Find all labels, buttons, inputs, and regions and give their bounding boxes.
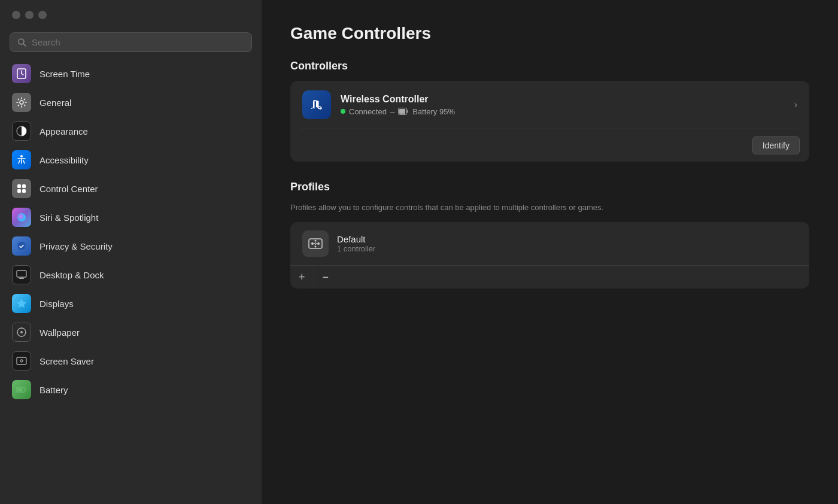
svg-point-20 — [25, 332, 26, 333]
sidebar-item-battery[interactable]: Battery — [5, 375, 257, 404]
profile-icon — [302, 230, 329, 257]
profile-name: Default — [337, 234, 375, 244]
svg-point-29 — [317, 242, 320, 245]
battery-icon — [12, 380, 31, 399]
desktop-dock-icon — [12, 265, 31, 284]
search-box[interactable] — [10, 32, 252, 52]
sidebar-item-label: Control Center — [40, 184, 98, 194]
sidebar-item-label: Battery — [40, 385, 68, 395]
controller-status: Connected – Battery 95% — [341, 107, 785, 116]
svg-rect-9 — [22, 184, 26, 188]
remove-profile-button[interactable]: − — [314, 266, 338, 289]
svg-point-12 — [17, 213, 26, 221]
search-input[interactable] — [32, 37, 244, 47]
traffic-light-minimize[interactable] — [25, 11, 34, 19]
sidebar-nav-list: Screen Time General Appearance Accessibi… — [0, 59, 262, 504]
svg-rect-24 — [17, 388, 23, 391]
svg-line-1 — [23, 44, 26, 46]
search-container — [0, 28, 262, 59]
traffic-light-maximize[interactable] — [38, 11, 47, 19]
sidebar-item-siri-spotlight[interactable]: Siri & Spotlight — [5, 203, 257, 232]
accessibility-icon — [12, 150, 31, 169]
connected-dot — [341, 109, 345, 114]
control-center-icon — [12, 179, 31, 198]
svg-rect-26 — [399, 109, 405, 114]
wireless-controller-row[interactable]: Wireless Controller Connected – Battery … — [290, 81, 809, 129]
sidebar-item-control-center[interactable]: Control Center — [5, 174, 257, 203]
sidebar-item-label: General — [40, 98, 71, 108]
battery-icon — [398, 108, 409, 115]
screen-time-icon — [12, 64, 31, 83]
svg-point-5 — [20, 101, 23, 104]
svg-point-32 — [315, 242, 317, 244]
svg-point-16 — [20, 331, 23, 333]
profiles-card: Default 1 controller + − — [290, 222, 809, 289]
default-profile-row[interactable]: Default 1 controller — [290, 222, 809, 265]
controllers-section: Controllers Wireless Controller Connecte… — [290, 60, 809, 162]
sidebar-item-label: Screen Time — [40, 69, 90, 79]
sidebar-item-general[interactable]: General — [5, 88, 257, 117]
controllers-card: Wireless Controller Connected – Battery … — [290, 81, 809, 162]
svg-rect-13 — [17, 271, 26, 277]
main-content: Game Controllers Controllers Wireless Co… — [262, 0, 838, 504]
privacy-icon — [12, 236, 31, 256]
sidebar-item-appearance[interactable]: Appearance — [5, 117, 257, 145]
chevron-right-icon: › — [794, 99, 797, 110]
svg-rect-21 — [17, 357, 26, 365]
sidebar-item-desktop-dock[interactable]: Desktop & Dock — [5, 260, 257, 289]
svg-rect-8 — [17, 184, 21, 188]
displays-icon — [12, 294, 31, 313]
battery-label: Battery 95% — [412, 107, 455, 116]
sidebar-item-screen-saver[interactable]: Screen Saver — [5, 347, 257, 375]
sidebar-item-label: Privacy & Security — [40, 241, 113, 251]
sidebar-item-screen-time[interactable]: Screen Time — [5, 59, 257, 88]
add-profile-button[interactable]: + — [290, 266, 314, 289]
sidebar-item-label: Wallpaper — [40, 327, 80, 338]
sidebar-item-accessibility[interactable]: Accessibility — [5, 145, 257, 174]
svg-point-31 — [315, 245, 317, 247]
svg-rect-14 — [19, 278, 24, 279]
svg-point-18 — [21, 336, 22, 337]
sidebar: Screen Time General Appearance Accessibi… — [0, 0, 262, 504]
controller-info: Wireless Controller Connected – Battery … — [341, 94, 785, 116]
connected-label: Connected — [349, 107, 387, 116]
sidebar-item-label: Desktop & Dock — [40, 270, 104, 280]
sidebar-item-label: Screen Saver — [40, 356, 94, 366]
sidebar-item-label: Siri & Spotlight — [40, 212, 98, 223]
svg-point-17 — [21, 327, 22, 329]
sidebar-item-label: Appearance — [40, 126, 88, 136]
controllers-section-title: Controllers — [290, 60, 809, 72]
sidebar-item-label: Displays — [40, 299, 74, 309]
wallpaper-icon — [12, 323, 31, 342]
sidebar-item-displays[interactable]: Displays — [5, 289, 257, 318]
status-separator: – — [390, 107, 394, 116]
page-title: Game Controllers — [290, 24, 809, 43]
svg-rect-10 — [17, 189, 21, 193]
general-icon — [12, 93, 31, 112]
playstation-icon — [302, 90, 331, 119]
identify-button[interactable]: Identify — [752, 136, 800, 154]
svg-line-4 — [22, 74, 23, 75]
svg-point-7 — [20, 155, 23, 157]
search-icon — [17, 38, 27, 47]
profiles-section-title: Profiles — [290, 181, 809, 193]
screen-saver-icon — [12, 351, 31, 371]
sidebar-item-privacy-security[interactable]: Privacy & Security — [5, 232, 257, 260]
controller-name: Wireless Controller — [341, 94, 785, 105]
sidebar-item-wallpaper[interactable]: Wallpaper — [5, 318, 257, 347]
profiles-description: Profiles allow you to configure controls… — [290, 202, 809, 214]
svg-point-30 — [315, 239, 317, 241]
svg-point-28 — [311, 242, 314, 245]
identify-row: Identify — [290, 129, 809, 162]
add-remove-row: + − — [290, 265, 809, 289]
traffic-light-close[interactable] — [12, 11, 20, 19]
profiles-section: Profiles Profiles allow you to configure… — [290, 181, 809, 289]
siri-icon — [12, 208, 31, 227]
profile-sub: 1 controller — [337, 244, 375, 253]
svg-point-22 — [20, 360, 23, 362]
svg-point-19 — [17, 332, 18, 333]
titlebar — [0, 0, 262, 28]
svg-rect-11 — [22, 189, 26, 193]
profile-info: Default 1 controller — [337, 234, 375, 253]
appearance-icon — [12, 122, 31, 141]
